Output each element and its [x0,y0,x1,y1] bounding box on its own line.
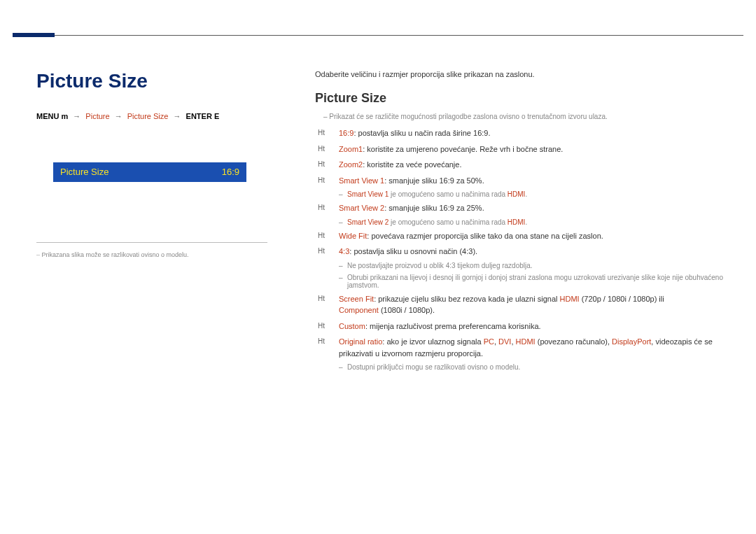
list-item: Ht4:3: postavlja sliku u osnovni način (… [318,246,735,258]
bullet-icon: Ht [318,336,336,346]
menu-icon: m [61,112,68,120]
intro-text: Odaberite veličinu i razmjer proporcija … [315,70,735,78]
option-name: Wide Fit [339,232,367,240]
bullet-icon: Ht [318,230,336,241]
list-item: HtScreen Fit: prikazuje cijelu sliku bez… [318,293,735,316]
arrow-icon: → [70,112,83,120]
option-desc: : postavlja sliku u način rada širine 16… [354,129,490,137]
option-desc: : koristite za veće povećanje. [363,160,461,169]
option-name: Smart View 1 [339,176,384,185]
crumb-picture-size: Picture Size [127,112,169,120]
crumb-picture: Picture [85,112,109,120]
token-hdmi: HDMI [560,295,580,303]
sub-note: Ne postavljajte proizvod u oblik 4:3 tij… [347,262,735,269]
enter-icon: E [214,112,219,120]
sub-name: Smart View 1 [347,190,388,198]
option-desc: : povećava razmjer proporcija slike tako… [367,232,603,240]
token-dvi: DVI [498,337,511,346]
option-name: Original ratio [339,337,382,346]
menu-row-label: Picture Size [60,162,108,182]
option-desc: : smanjuje sliku 16:9 za 50%. [384,176,484,185]
option-name: Custom [339,322,365,330]
arrow-icon: → [112,112,125,120]
sub-note: Dostupni priključci mogu se razlikovati … [347,363,735,371]
page-title: Picture Size [36,70,267,92]
option-desc: : postavlja sliku u osnovni način (4:3). [349,247,477,255]
token-pc: PC [484,337,494,346]
option-name: 4:3 [339,247,349,255]
option-name: Smart View 2 [339,204,384,212]
option-name: Zoom2 [339,160,363,169]
breadcrumb: MENU m → Picture → Picture Size → ENTER … [36,112,267,120]
option-name: Zoom1 [339,145,363,153]
bullet-icon: Ht [318,202,336,213]
token-hdmi: HDMI [516,337,536,346]
option-desc: : koristite za umjereno povećanje. Reže … [363,145,563,153]
list-item: HtOriginal ratio: ako je izvor ulaznog s… [318,336,735,359]
sub-tail: HDMI [507,218,526,226]
token-displayport: DisplayPort [612,337,651,346]
option-desc: : smanjuje sliku 16:9 za 25%. [384,204,484,212]
menu-label: MENU [36,112,59,120]
list-item: HtZoom2: koristite za veće povećanje. [318,159,735,171]
bullet-icon: Ht [318,175,336,185]
top-note: Prikazat će se različite mogućnosti pril… [323,113,735,120]
sub-tail: HDMI [507,190,526,198]
sub-note: Smart View 2 je omogućeno samo u načinim… [347,218,735,226]
token-component: Component [339,306,379,314]
bullet-icon: Ht [318,321,336,331]
list-item: Ht16:9: postavlja sliku u način rada šir… [318,127,735,139]
sub-note: Smart View 1 je omogućeno samo u načinim… [347,190,735,198]
bullet-icon: Ht [318,143,336,154]
menu-row-picture-size[interactable]: Picture Size 16:9 [53,162,246,182]
bullet-icon: Ht [318,246,336,256]
sub-name: Smart View 2 [347,218,388,226]
bullet-icon: Ht [318,159,336,169]
section-title: Picture Size [315,91,735,106]
list-item: HtSmart View 1: smanjuje sliku 16:9 za 5… [318,175,735,187]
list-item: HtWide Fit: povećava razmjer proporcija … [318,230,735,242]
left-note: Prikazana slika može se razlikovati ovis… [36,251,267,258]
enter-label: ENTER [186,112,212,120]
option-desc: : prikazuje cijelu sliku bez rezova kada… [374,295,559,303]
list-item: HtZoom1: koristite za umjereno povećanje… [318,143,735,155]
bullet-icon: Ht [318,293,336,304]
menu-row-value: 16:9 [222,162,239,182]
option-name: 16:9 [339,129,354,137]
list-item: HtSmart View 2: smanjuje sliku 16:9 za 2… [318,202,735,214]
option-desc: : mijenja razlučivost prema preferencama… [365,322,541,330]
option-desc: : ako je izvor ulaznog signala [382,337,483,346]
list-item: HtCustom: mijenja razlučivost prema pref… [318,321,735,332]
arrow-icon: → [171,112,184,120]
option-name: Screen Fit [339,295,374,303]
bullet-icon: Ht [318,127,336,138]
sub-note: Obrubi prikazani na lijevoj i desnoj ili… [347,274,735,289]
